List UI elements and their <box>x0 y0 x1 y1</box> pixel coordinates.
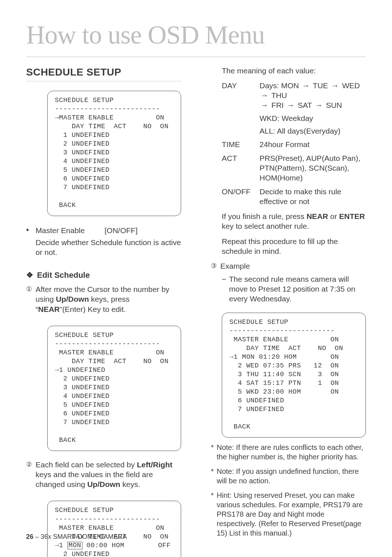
asterisk-icon: * <box>211 467 217 485</box>
t: Each field can be selected by <box>36 460 137 469</box>
bullet-dot: • <box>26 225 36 235</box>
t: THU <box>269 91 287 99</box>
page-footer: 26 – 36x SMART DOME CAMERA <box>26 533 127 541</box>
def-onoff-desc: Decide to make this rule effective or no… <box>260 187 366 207</box>
arrow-icon: → <box>330 81 340 90</box>
right-column: The meaning of each value: DAY Days: MON… <box>211 66 366 557</box>
arrow-icon: → <box>314 100 324 110</box>
t: ”(Enter) Key to edit. <box>60 305 126 313</box>
note-1: * Note: If there are rules conflicts to … <box>211 443 366 462</box>
t: Up/Down <box>87 480 120 488</box>
osd-line: 4 SAT 15:17 PTN 1 ON <box>229 379 339 387</box>
t: or <box>328 212 339 220</box>
osd-line: →1 UNDEFINED <box>55 366 105 374</box>
t: NEAR <box>306 212 328 220</box>
t: Days: MON <box>260 81 301 90</box>
note-2: * Note: If you assign undefined function… <box>211 467 366 485</box>
t: Up/Down <box>56 295 89 303</box>
osd-line: 00:00 HOM OFF <box>82 542 171 549</box>
def-onoff-term: ON/OFF <box>222 187 260 207</box>
osd-line: →1 MON 01:20 HOM ON <box>229 353 339 361</box>
osd-line: SCHEDULE SETUP <box>55 97 114 104</box>
osd-line: SCHEDULE SETUP <box>55 507 114 514</box>
footer-text: – 36x SMART DOME CAMERA <box>33 533 127 540</box>
osd-line: 7 UNDEFINED <box>55 184 110 191</box>
osd-line: SCHEDULE SETUP <box>55 332 114 339</box>
page-title: How to use OSD Menu <box>26 18 366 52</box>
osd-line: 7 UNDEFINED <box>229 406 284 413</box>
osd-schedule-2: SCHEDULE SETUP -------------------------… <box>47 326 181 451</box>
arrow-icon: → <box>286 100 296 110</box>
osd-line: 3 UNDEFINED <box>55 384 110 391</box>
osd-line: MASTER ENABLE ON <box>55 349 164 357</box>
osd-line: 2 UNDEFINED <box>55 140 110 148</box>
diamond-icon: ❖ <box>26 271 33 280</box>
t: Left/Right <box>137 460 172 469</box>
osd-line: →MASTER ENABLE ON <box>55 114 164 122</box>
osd-line: MASTER ENABLE ON <box>229 336 339 343</box>
osd-line: 3 UNDEFINED <box>55 149 110 156</box>
page-number: 26 <box>26 533 33 540</box>
master-enable-value: [ON/OFF] <box>105 225 138 235</box>
osd-line: 3 THU 11:40 SCN 3 ON <box>229 371 339 378</box>
asterisk-icon: * <box>211 491 217 538</box>
circled-1: ① <box>26 284 36 314</box>
osd-line: 6 UNDEFINED <box>55 410 110 418</box>
osd-schedule-1: SCHEDULE SETUP -------------------------… <box>47 91 181 216</box>
def-time-desc: 24hour Format <box>260 139 366 149</box>
note-2-text: Note: If you assign undefined function, … <box>217 467 366 485</box>
finish-rule-text: If you finish a rule, press NEAR or ENTE… <box>222 211 366 231</box>
dash-icon: − <box>222 274 229 304</box>
def-day-term: DAY <box>222 81 260 136</box>
osd-line: 5 UNDEFINED <box>55 166 110 174</box>
osd-schedule-4: SCHEDULE SETUP -------------------------… <box>222 313 366 438</box>
step-1: ① After move the Cursor to the number by… <box>26 284 181 314</box>
def-act-term: ACT <box>222 153 260 183</box>
osd-line: 2 UNDEFINED <box>55 375 110 383</box>
osd-line: ------------------------- <box>55 516 160 523</box>
repeat-text: Repeat this procedure to fill up the sch… <box>222 236 366 256</box>
note-3-text: Hint: Using reserved Preset, you can mak… <box>217 491 366 538</box>
arrow-icon: → <box>301 81 311 90</box>
edit-schedule-heading: ❖Edit Schedule <box>26 270 181 281</box>
t: TUE <box>311 81 330 90</box>
osd-line: 7 UNDEFINED <box>55 419 110 426</box>
t: WED <box>340 81 360 90</box>
def-day-wkd: WKD: Weekday <box>260 113 366 123</box>
meaning-intro: The meaning of each value: <box>222 66 366 76</box>
section-rule <box>26 81 181 81</box>
master-enable-bullet: • Master Enable [ON/OFF] <box>26 225 181 235</box>
title-rule <box>26 57 366 57</box>
osd-line: →1 <box>55 542 68 549</box>
circled-3: ③ <box>211 261 220 271</box>
def-time-term: TIME <box>222 139 260 149</box>
osd-line: DAY TIME ACT NO ON <box>229 345 343 352</box>
note-3: * Hint: Using reserved Preset, you can m… <box>211 491 366 538</box>
osd-line: 1 UNDEFINED <box>55 131 110 139</box>
osd-line: DAY TIME ACT NO ON <box>55 123 168 130</box>
osd-line: 5 UNDEFINED <box>55 401 110 409</box>
osd-line: BACK <box>55 436 76 444</box>
t: SUN <box>324 101 342 109</box>
arrow-icon: → <box>260 90 269 100</box>
master-enable-desc: Decide whether Schedule function is acti… <box>36 237 181 257</box>
osd-line: ------------------------- <box>55 105 160 113</box>
osd-line: SCHEDULE SETUP <box>229 318 288 326</box>
def-act-desc: PRS(Preset), AUP(Auto Pan), PTN(Pattern)… <box>260 153 366 183</box>
step-2-text: Each field can be selected by Left/Right… <box>36 460 181 489</box>
osd-line: DAY TIME ACT NO ON <box>55 358 168 365</box>
example-label: Example <box>220 261 366 271</box>
t: If you finish a rule, press <box>222 212 306 220</box>
step-1-text: After move the Cursor to the number by u… <box>36 284 181 314</box>
t: FRI <box>269 101 286 109</box>
def-day-desc: Days: MON → TUE → WED → THU → FRI → SAT … <box>260 81 366 136</box>
osd-line: 2 WED 07:35 PRS 12 ON <box>229 362 339 370</box>
osd-line: 2 UNDEFINED <box>55 550 110 557</box>
osd-line: MASTER ENABLE ON <box>55 524 164 532</box>
t: SAT <box>296 101 314 109</box>
t: NEAR <box>38 305 60 313</box>
note-1-text: Note: If there are rules conflicts to ea… <box>217 443 366 462</box>
example-dash-item: − The second rule means camera will move… <box>222 274 366 304</box>
step-3-example: ③ Example <box>211 261 366 271</box>
step-2: ② Each field can be selected by Left/Rig… <box>26 460 181 489</box>
